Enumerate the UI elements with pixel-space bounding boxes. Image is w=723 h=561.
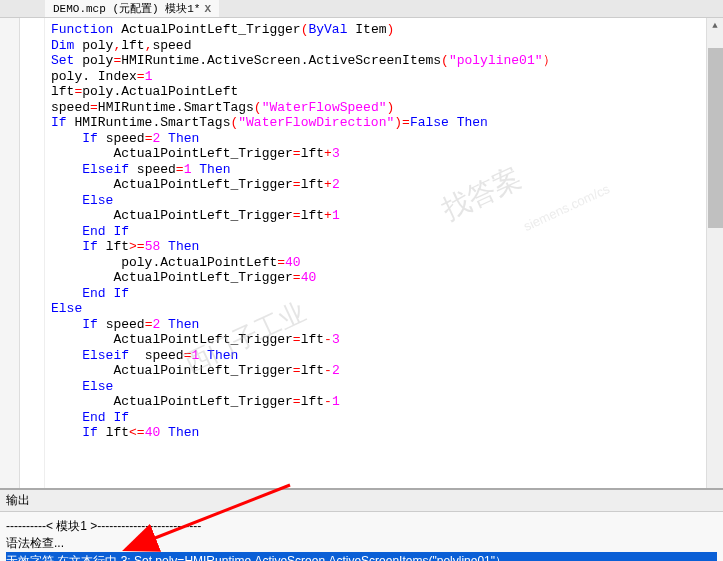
- code-line[interactable]: ActualPointLeft_Trigger=40: [51, 270, 717, 286]
- code-line[interactable]: Elseif speed=1 Then: [51, 348, 717, 364]
- output-syntax-check: 语法检查...: [6, 535, 717, 552]
- editor-tab[interactable]: DEMO.mcp (元配置) 模块1* X: [45, 0, 219, 17]
- output-divider: ----------< 模块1 >-----------------------…: [6, 518, 717, 535]
- code-line[interactable]: Else: [51, 301, 717, 317]
- code-line[interactable]: If speed=2 Then: [51, 317, 717, 333]
- tab-bar: DEMO.mcp (元配置) 模块1* X: [0, 0, 723, 18]
- code-line[interactable]: End If: [51, 410, 717, 426]
- code-line[interactable]: poly.ActualPointLeft=40: [51, 255, 717, 271]
- code-line[interactable]: If HMIRuntime.SmartTags("WaterFlowDirect…: [51, 115, 717, 131]
- code-line[interactable]: Set poly=HMIRuntime.ActiveScreen.ActiveS…: [51, 53, 717, 69]
- code-line[interactable]: ActualPointLeft_Trigger=lft-3: [51, 332, 717, 348]
- output-panel: 输出 ----------< 模块1 >--------------------…: [0, 488, 723, 561]
- output-content[interactable]: ----------< 模块1 >-----------------------…: [0, 512, 723, 561]
- code-line[interactable]: poly. Index=1: [51, 69, 717, 85]
- code-line[interactable]: lft=poly.ActualPointLeft: [51, 84, 717, 100]
- code-line[interactable]: If lft>=58 Then: [51, 239, 717, 255]
- editor-container: Function ActualPointLeft_Trigger(ByVal I…: [0, 18, 723, 488]
- code-line[interactable]: If speed=2 Then: [51, 131, 717, 147]
- code-line[interactable]: End If: [51, 286, 717, 302]
- scrollbar-thumb[interactable]: [708, 48, 723, 228]
- code-line[interactable]: Else: [51, 193, 717, 209]
- code-line[interactable]: Else: [51, 379, 717, 395]
- code-editor[interactable]: Function ActualPointLeft_Trigger(ByVal I…: [45, 18, 723, 488]
- scroll-up-icon[interactable]: ▲: [707, 18, 723, 33]
- code-line[interactable]: ActualPointLeft_Trigger=lft-1: [51, 394, 717, 410]
- code-line[interactable]: ActualPointLeft_Trigger=lft+3: [51, 146, 717, 162]
- code-line[interactable]: ActualPointLeft_Trigger=lft+1: [51, 208, 717, 224]
- code-line[interactable]: Dim poly,lft,speed: [51, 38, 717, 54]
- code-line[interactable]: Elseif speed=1 Then: [51, 162, 717, 178]
- code-line[interactable]: End If: [51, 224, 717, 240]
- output-header: 输出: [0, 490, 723, 512]
- tab-label: DEMO.mcp (元配置) 模块1*: [53, 1, 200, 16]
- output-error-line[interactable]: 无效字符 在文本行中 3: Set poly=HMIRuntime.Active…: [6, 552, 717, 561]
- vertical-scrollbar[interactable]: ▲: [706, 18, 723, 488]
- code-line[interactable]: speed=HMIRuntime.SmartTags("WaterFlowSpe…: [51, 100, 717, 116]
- code-line[interactable]: ActualPointLeft_Trigger=lft-2: [51, 363, 717, 379]
- editor-margin: [20, 18, 45, 488]
- editor-gutter: [0, 18, 20, 488]
- tab-close-icon[interactable]: X: [204, 3, 211, 15]
- code-line[interactable]: ActualPointLeft_Trigger=lft+2: [51, 177, 717, 193]
- code-line[interactable]: If lft<=40 Then: [51, 425, 717, 441]
- code-line[interactable]: Function ActualPointLeft_Trigger(ByVal I…: [51, 22, 717, 38]
